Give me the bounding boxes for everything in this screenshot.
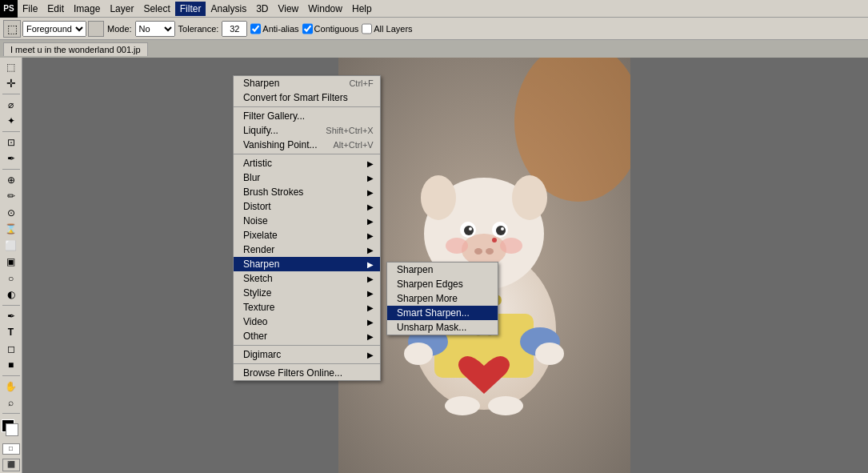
filter-artistic[interactable]: Artistic ▶ [234, 156, 380, 170]
menu-view[interactable]: View [273, 2, 303, 16]
blur-tool[interactable]: ○ [2, 271, 20, 287]
mode-label: Mode: [107, 24, 132, 34]
svg-point-13 [469, 227, 472, 230]
menu-3d[interactable]: 3D [251, 2, 273, 16]
svg-point-22 [535, 343, 564, 365]
filter-vanishing-point[interactable]: Vanishing Point... Alt+Ctrl+V [234, 138, 380, 152]
clone-tool[interactable]: ⊙ [2, 205, 20, 221]
menu-layer[interactable]: Layer [105, 2, 138, 16]
tool-select[interactable]: Foreground [22, 21, 86, 37]
menu-select[interactable]: Select [138, 2, 174, 16]
alllayers-group: All Layers [362, 21, 412, 37]
sep-2 [234, 154, 380, 154]
crop-tool[interactable]: ⊡ [2, 134, 20, 150]
filter-stylize[interactable]: Stylize ▶ [234, 286, 380, 300]
filter-distort[interactable]: Distort ▶ [234, 199, 380, 214]
lasso-tool[interactable]: ⌀ [2, 97, 20, 113]
filter-gallery[interactable]: Filter Gallery... [234, 109, 380, 123]
shape-tool[interactable]: ■ [2, 358, 20, 374]
contiguous-label: Contiguous [314, 24, 359, 34]
type-tool[interactable]: T [2, 324, 20, 340]
ps-logo: PS [0, 0, 18, 18]
menu-analysis[interactable]: Analysis [206, 2, 251, 16]
menu-help[interactable]: Help [347, 2, 377, 16]
zoom-tool[interactable]: ⌕ [2, 395, 20, 411]
alllayers-check[interactable] [362, 21, 372, 37]
filter-noise[interactable]: Noise ▶ [234, 214, 380, 228]
gradient-tool[interactable]: ▣ [2, 254, 20, 270]
filter-browse-online[interactable]: Browse Filters Online... [234, 366, 380, 380]
svg-point-4 [421, 175, 456, 220]
options-bar: ⬚ Foreground Mode: No Tolerance: Anti-al… [0, 18, 868, 40]
filter-liquify[interactable]: Liquify... Shift+Ctrl+X [234, 123, 380, 138]
menubar: PS File Edit Image Layer Select Filter A… [0, 0, 868, 18]
svg-point-15 [446, 238, 468, 254]
filter-brush-strokes[interactable]: Brush Strokes ▶ [234, 185, 380, 199]
filter-other[interactable]: Other ▶ [234, 329, 380, 343]
antialias-check[interactable] [250, 21, 261, 37]
sharpen-submenu: Sharpen Sharpen Edges Sharpen More Smart… [386, 262, 498, 335]
eraser-tool[interactable]: ⬜ [2, 238, 20, 254]
svg-point-14 [501, 227, 504, 230]
sharpen-submenu-unsharp[interactable]: Unsharp Mask... [387, 320, 498, 335]
filter-sketch[interactable]: Sketch ▶ [234, 271, 380, 286]
quick-mask-btn[interactable]: □ [2, 443, 20, 455]
pen-tool[interactable]: ✒ [2, 308, 20, 324]
move-tool[interactable]: ✛ [2, 76, 20, 92]
history-tool[interactable]: ⌛ [2, 221, 20, 237]
svg-point-12 [496, 226, 506, 235]
sharpen-submenu-sharpen[interactable]: Sharpen [387, 263, 498, 277]
sharpen-submenu-more[interactable]: Sharpen More [387, 291, 498, 306]
filter-digimarc[interactable]: Digimarc ▶ [234, 347, 380, 362]
tolerance-label: Tolerance: [178, 24, 219, 34]
mode-toggles: □ [2, 443, 20, 455]
view-toggle[interactable]: ⬛ [2, 459, 20, 471]
svg-point-5 [512, 175, 547, 220]
svg-point-7 [474, 248, 482, 255]
svg-point-6 [462, 234, 506, 266]
menu-file[interactable]: File [18, 2, 42, 16]
marquee-tool[interactable]: ⬚ [2, 59, 20, 75]
sharpen-submenu-smart[interactable]: Smart Sharpen... [387, 306, 498, 320]
filter-dropdown: Sharpen Ctrl+F Convert for Smart Filters… [233, 75, 381, 381]
mode-select[interactable]: No [135, 21, 175, 37]
menu-window[interactable]: Window [303, 2, 347, 16]
tolerance-input[interactable] [222, 21, 247, 37]
filter-sharpen-top[interactable]: Sharpen Ctrl+F [234, 76, 380, 90]
sep-4 [234, 363, 380, 364]
sharpen-submenu-edges[interactable]: Sharpen Edges [387, 277, 498, 291]
document-tab[interactable]: I meet u in the wonderland 001.jp [3, 42, 148, 56]
svg-point-11 [464, 226, 474, 235]
menu-filter[interactable]: Filter [175, 2, 206, 16]
contiguous-check[interactable] [302, 21, 313, 37]
main-layout: ⬚ ✛ ⌀ ✦ ⊡ ✒ ⊕ ✏ ⊙ ⌛ ⬜ ▣ ○ ◐ ✒ T ◻ ■ ✋ ⌕ … [0, 58, 868, 473]
contiguous-group: Contiguous [302, 21, 359, 37]
filter-sharpen[interactable]: Sharpen ▶ [234, 257, 380, 271]
filter-pixelate[interactable]: Pixelate ▶ [234, 228, 380, 243]
antialias-label: Anti-alias [262, 24, 298, 34]
svg-point-26 [488, 396, 523, 415]
svg-point-25 [445, 396, 480, 415]
menu-image[interactable]: Image [69, 2, 105, 16]
background-swatch[interactable] [6, 423, 18, 436]
brush-tool[interactable]: ✏ [2, 188, 20, 204]
color-swatches [2, 419, 21, 436]
magic-wand-tool[interactable]: ✦ [2, 113, 20, 129]
svg-point-21 [404, 343, 433, 365]
healing-tool[interactable]: ⊕ [2, 172, 20, 188]
fg-color-box[interactable] [88, 21, 104, 37]
toolbox: ⬚ ✛ ⌀ ✦ ⊡ ✒ ⊕ ✏ ⊙ ⌛ ⬜ ▣ ○ ◐ ✒ T ◻ ■ ✋ ⌕ … [0, 58, 22, 473]
eyedropper-tool[interactable]: ✒ [2, 150, 20, 166]
filter-convert-smart[interactable]: Convert for Smart Filters [234, 90, 380, 105]
svg-point-16 [500, 238, 522, 254]
filter-video[interactable]: Video ▶ [234, 315, 380, 329]
dodge-tool[interactable]: ◐ [2, 287, 20, 303]
tool-icon: ⬚ [3, 20, 21, 38]
filter-blur[interactable]: Blur ▶ [234, 170, 380, 185]
menu-edit[interactable]: Edit [42, 2, 69, 16]
path-tool[interactable]: ◻ [2, 341, 20, 357]
filter-render[interactable]: Render ▶ [234, 243, 380, 257]
canvas-area: Sharpen Ctrl+F Convert for Smart Filters… [22, 58, 868, 473]
filter-texture[interactable]: Texture ▶ [234, 300, 380, 315]
hand-tool[interactable]: ✋ [2, 379, 20, 395]
